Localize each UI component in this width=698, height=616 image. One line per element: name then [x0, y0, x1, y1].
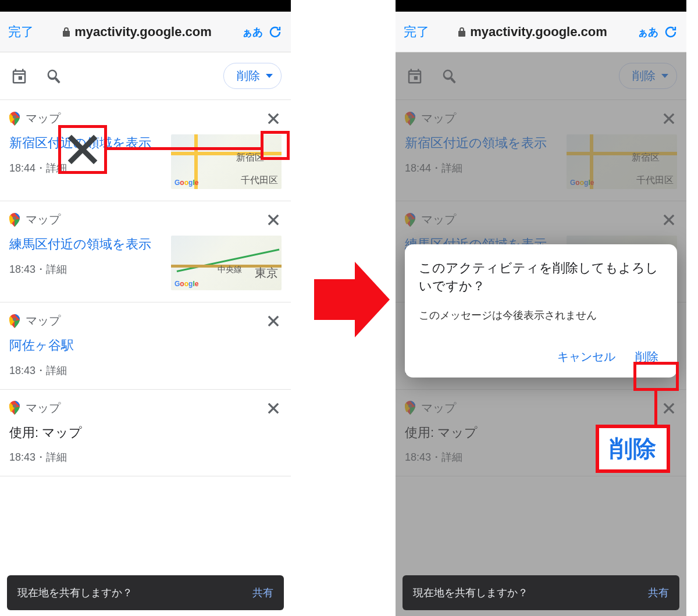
snackbar: 現在地を共有しますか？ 共有 [403, 575, 679, 610]
google-logo: Google [570, 179, 594, 187]
svg-point-21 [408, 216, 412, 220]
maps-pin-icon [405, 401, 415, 415]
text-size-button[interactable]: ぁあ [638, 25, 658, 39]
svg-point-9 [13, 318, 16, 321]
close-icon[interactable] [661, 212, 678, 229]
toolbar: 削除 [396, 52, 686, 99]
toolbar: 削除 [0, 52, 291, 99]
activity-title: 使用: マップ [9, 424, 282, 441]
chevron-down-icon [661, 74, 668, 78]
maps-pin-icon [9, 401, 20, 415]
activity-card: マップ新宿区付近の領域を表示18:44・詳細新宿区千代田区Google [0, 100, 291, 201]
activity-card: マップ新宿区付近の領域を表示18:44・詳細新宿区千代田区Google [396, 100, 686, 201]
chevron-down-icon [266, 74, 273, 78]
phone-right: 完了 myactivity.google.com ぁあ 削除 [396, 0, 686, 616]
search-icon[interactable] [441, 67, 458, 85]
activity-meta[interactable]: 18:43・詳細 [9, 364, 282, 378]
activity-meta[interactable]: 18:43・詳細 [9, 262, 164, 276]
maps-pin-icon [405, 213, 415, 227]
annotation-connector [107, 147, 261, 150]
thumb-label: 新宿区 [632, 152, 660, 164]
thumb-label: 東京 [255, 265, 278, 281]
svg-point-13 [13, 404, 16, 408]
done-button[interactable]: 完了 [404, 23, 429, 41]
calendar-icon[interactable] [10, 67, 28, 85]
arrow-annotation [314, 279, 355, 320]
activity-meta[interactable]: 18:44・詳細 [405, 161, 560, 175]
maps-pin-icon [9, 213, 20, 227]
annotation-delete-callout: 削除 [596, 425, 670, 473]
activity-card: マップ使用: マップ18:43・詳細 [0, 390, 291, 476]
activity-card: マップ阿佐ヶ谷駅18:43・詳細 [0, 302, 291, 389]
app-name: マップ [26, 400, 60, 416]
thumb-label: 新宿区 [236, 152, 264, 164]
snackbar: 現在地を共有しますか？ 共有 [7, 575, 284, 610]
thumb-label: 千代田区 [241, 175, 278, 187]
annotation-x-highlight [261, 131, 290, 160]
activity-title[interactable]: 練馬区付近の領域を表示 [9, 236, 164, 253]
close-icon[interactable] [265, 313, 283, 330]
status-bar [0, 0, 291, 12]
calendar-icon[interactable] [406, 67, 423, 85]
reload-button[interactable] [663, 24, 678, 40]
activity-card: マップ練馬区付近の領域を表示18:43・詳細中央線東京Google [0, 201, 291, 302]
activity-title[interactable]: 新宿区付近の領域を表示 [405, 134, 560, 152]
close-icon[interactable] [661, 111, 678, 128]
app-name: マップ [421, 111, 456, 126]
close-icon[interactable] [265, 111, 283, 128]
annotation-big-x-box [58, 125, 107, 174]
maps-pin-icon [9, 112, 20, 126]
browser-chrome: 完了 myactivity.google.com ぁあ [396, 12, 686, 52]
lock-icon [62, 27, 71, 37]
snackbar-text: 現在地を共有しますか？ [17, 586, 133, 600]
close-icon[interactable] [661, 400, 678, 418]
thumb-label: 千代田区 [636, 175, 674, 187]
map-thumbnail[interactable]: 新宿区千代田区Google [567, 134, 677, 189]
activity-title[interactable]: 阿佐ヶ谷駅 [9, 337, 282, 354]
done-button[interactable]: 完了 [8, 23, 34, 41]
snackbar-text: 現在地を共有しますか？ [413, 586, 528, 600]
app-name: マップ [421, 212, 456, 227]
browser-chrome: 完了 myactivity.google.com ぁあ [0, 12, 291, 52]
dialog-message: このメッセージは今後表示されません [419, 308, 663, 322]
snackbar-action[interactable]: 共有 [252, 586, 273, 600]
cancel-button[interactable]: キャンセル [553, 346, 620, 368]
maps-pin-icon [405, 112, 415, 126]
close-icon[interactable] [265, 212, 283, 229]
google-logo: Google [174, 280, 198, 288]
text-size-button[interactable]: ぁあ [242, 25, 263, 39]
delete-dropdown[interactable]: 削除 [223, 63, 282, 89]
annotation-delete-highlight [633, 362, 679, 391]
delete-dropdown-label: 削除 [632, 68, 656, 84]
snackbar-action[interactable]: 共有 [648, 586, 669, 600]
app-name: マップ [421, 400, 456, 416]
maps-pin-icon [9, 314, 20, 328]
svg-point-5 [13, 216, 16, 220]
url-text: myactivity.google.com [470, 24, 607, 40]
activity-meta[interactable]: 18:43・詳細 [9, 450, 282, 464]
svg-point-1 [13, 115, 16, 119]
map-thumbnail[interactable]: 中央線東京Google [171, 236, 282, 290]
reload-button[interactable] [268, 24, 283, 40]
confirm-dialog: このアクティビティを削除してもよろしいですか？ このメッセージは今後表示されませ… [405, 244, 677, 378]
annotation-connector-v [654, 391, 657, 425]
thumb-label: 中央線 [218, 265, 242, 275]
app-name: マップ [26, 212, 60, 227]
url-bar[interactable]: myactivity.google.com [434, 24, 631, 40]
delete-dropdown[interactable]: 削除 [619, 63, 677, 89]
arrow-annotation-head [355, 262, 390, 337]
delete-dropdown-label: 削除 [237, 68, 260, 84]
svg-point-29 [408, 404, 412, 408]
dialog-title: このアクティビティを削除してもよろしいですか？ [419, 259, 663, 295]
phone-left: 完了 myactivity.google.com ぁあ 削除 [0, 0, 291, 616]
close-icon[interactable] [265, 400, 283, 418]
url-bar[interactable]: myactivity.google.com [38, 24, 235, 40]
status-bar [396, 0, 686, 12]
url-text: myactivity.google.com [74, 24, 212, 40]
app-name: マップ [26, 111, 60, 126]
app-name: マップ [26, 313, 60, 329]
svg-point-17 [408, 115, 412, 119]
search-icon[interactable] [45, 67, 63, 85]
lock-icon [457, 27, 466, 37]
google-logo: Google [174, 179, 198, 187]
